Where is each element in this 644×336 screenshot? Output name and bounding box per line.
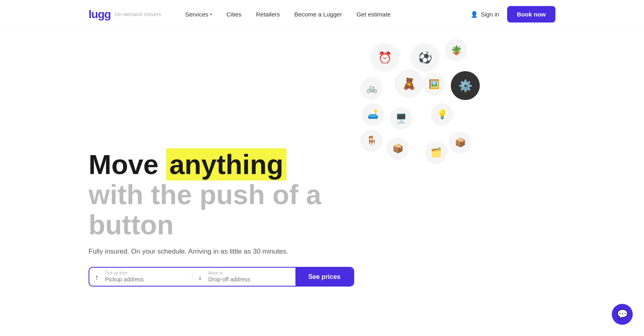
- hero-title-line2: with the push of a button: [89, 180, 370, 240]
- see-prices-button[interactable]: See prices: [295, 268, 353, 286]
- floating-item-13: 📦: [449, 131, 471, 154]
- floating-item-5: ⚙️: [451, 71, 480, 100]
- hero-subtitle: Fully insured. On your schedule. Arrivin…: [89, 248, 370, 256]
- hero-section: ⏰⚽🪴🧸🖼️⚙️🚲🛋️🖥️🪑📦🗂️💡📦 Move anything with t…: [0, 29, 644, 311]
- pickup-arrow-icon: ↑: [95, 273, 99, 282]
- nav-actions: 👤 Sign in Book now: [471, 6, 555, 23]
- pickup-input[interactable]: [105, 276, 186, 283]
- dropoff-input[interactable]: [208, 276, 289, 283]
- pickup-icon-wrap: ↑: [89, 268, 99, 286]
- nav-become-lugger[interactable]: Become a Lugger: [294, 11, 342, 18]
- navbar: lugg On-demand movers Services ▾ Cities …: [0, 0, 644, 29]
- chat-button[interactable]: 💬: [612, 304, 633, 325]
- floating-item-10: 📦: [386, 137, 409, 160]
- nav-get-estimate[interactable]: Get estimate: [357, 11, 391, 18]
- floating-item-2: 🪴: [445, 39, 467, 61]
- nav-retailers[interactable]: Retailers: [256, 11, 280, 18]
- nav-links: Services ▾ Cities Retailers Become a Lug…: [185, 11, 471, 18]
- floating-item-0: ⏰: [370, 43, 399, 72]
- hero-highlight: anything: [166, 148, 287, 180]
- dropoff-field-wrap: Move to: [202, 268, 295, 286]
- dropoff-icon-wrap: ↓: [192, 268, 202, 286]
- floating-item-8: 🖥️: [390, 107, 412, 130]
- person-icon: 👤: [471, 11, 478, 18]
- floating-item-3: 🧸: [394, 69, 423, 98]
- address-bar: ↑ Pick up from ↓ Move to See prices: [89, 267, 354, 287]
- floating-item-4: 🖼️: [423, 73, 445, 96]
- floating-item-1: ⚽: [411, 43, 440, 72]
- tagline: On-demand movers: [115, 11, 161, 17]
- chevron-down-icon: ▾: [210, 12, 212, 16]
- hero-title-line1: Move anything: [89, 150, 370, 180]
- dropoff-arrow-icon: ↓: [198, 273, 202, 282]
- nav-services[interactable]: Services ▾: [185, 11, 212, 18]
- dropoff-label: Move to: [208, 271, 289, 275]
- bottom-section: On-demand moving and furniture delivery: [0, 311, 644, 336]
- brand: lugg On-demand movers: [89, 8, 161, 21]
- nav-cities[interactable]: Cities: [227, 11, 242, 18]
- floating-item-11: 🗂️: [425, 141, 447, 164]
- hero-content: Move anything with the push of a button …: [89, 37, 370, 287]
- chat-icon: 💬: [617, 309, 628, 320]
- pickup-label: Pick up from: [105, 271, 186, 275]
- floating-item-12: 💡: [431, 103, 453, 126]
- sign-in-button[interactable]: 👤 Sign in: [471, 11, 499, 18]
- book-now-button[interactable]: Book now: [507, 6, 555, 23]
- pickup-field-wrap: Pick up from: [99, 268, 192, 286]
- logo[interactable]: lugg: [89, 8, 111, 21]
